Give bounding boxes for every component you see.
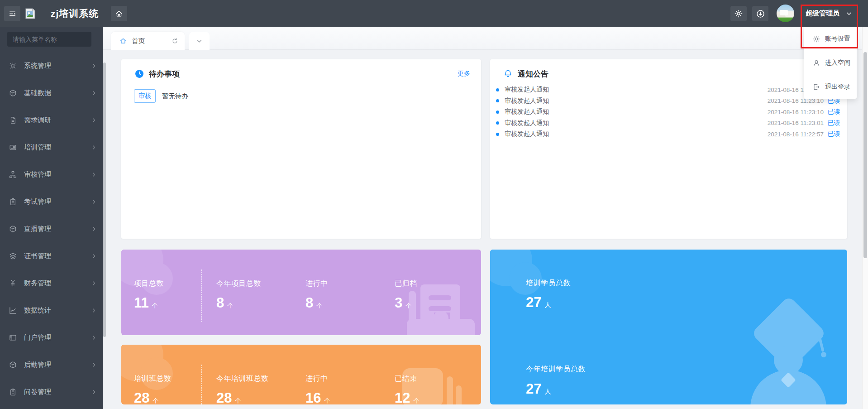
todo-audit-tag[interactable]: 审核 <box>134 89 156 103</box>
sidebar-item-exam[interactable]: 考试管理 <box>0 192 103 211</box>
gear-icon <box>813 35 820 43</box>
sidebar-item-label: 门户管理 <box>24 333 91 342</box>
chevron-right-icon <box>91 172 96 177</box>
home-icon <box>119 37 127 44</box>
layers-icon <box>9 252 17 260</box>
app-title: zj培训系统 <box>51 0 99 27</box>
notice-row[interactable]: 审核发起人通知 2021-08-16 11:23:10 已读 <box>490 96 847 107</box>
page-scrollbar-track <box>862 27 868 409</box>
menu-search-box <box>7 32 91 47</box>
sidebar-item-questionnaire[interactable]: 问卷管理 <box>0 383 103 401</box>
bullet-dot <box>496 111 499 114</box>
cube-icon <box>9 225 17 233</box>
cube-icon <box>9 361 17 369</box>
user-avatar[interactable] <box>777 5 794 22</box>
gear-icon <box>9 62 17 70</box>
tab-home[interactable]: 首页 <box>111 32 185 50</box>
user-dropdown-menu: 账号设置 进入空间 退出登录 <box>804 27 857 99</box>
sidebar-item-system[interactable]: 系统管理 <box>0 57 103 75</box>
notice-item-title: 审核发起人通知 <box>505 119 768 127</box>
stat-unit: 个 <box>235 397 241 404</box>
sidebar-item-label: 后勤管理 <box>24 361 91 369</box>
sidebar-item-live[interactable]: 直播管理 <box>0 220 103 238</box>
sidebar-item-statistics[interactable]: 数据统计 <box>0 301 103 319</box>
stat-value: 28 <box>134 390 149 404</box>
todo-title: 待办事项 <box>149 69 453 79</box>
notice-row[interactable]: 审核发起人通知 2021-08-16 11:23:01 已读 <box>490 118 847 129</box>
sidebar-item-certificate[interactable]: 证书管理 <box>0 247 103 265</box>
download-icon <box>756 10 765 18</box>
chevron-right-icon <box>91 281 96 286</box>
sidebar-item-audit[interactable]: 审核管理 <box>0 165 103 183</box>
sidebar-item-label: 财务管理 <box>24 279 91 288</box>
menu-item-logout[interactable]: 退出登录 <box>804 75 857 99</box>
tab-list-dropdown-button[interactable] <box>189 32 210 50</box>
sidebar-menu: 系统管理 基础数据 需求调研 培训管理 审核管理 <box>0 57 103 409</box>
dashed-divider <box>201 269 202 322</box>
todo-empty-text: 暂无待办 <box>162 92 188 101</box>
user-menu-trigger[interactable]: 超级管理员 <box>806 0 852 27</box>
line-chart-icon <box>9 307 17 314</box>
settings-button[interactable] <box>730 6 747 21</box>
sidebar-item-label: 问卷管理 <box>24 388 91 396</box>
top-header: zj培训系统 超级管理员 <box>0 0 868 27</box>
home-button[interactable] <box>111 6 127 21</box>
sidebar-item-portal[interactable]: 门户管理 <box>0 328 103 346</box>
clipboard-icon <box>9 388 17 396</box>
page-scrollbar-thumb[interactable] <box>863 52 867 258</box>
student-stats-card: 培训学员总数 27人 今年培训学员总数 27人 <box>490 250 847 404</box>
stat-value: 11 <box>134 295 149 311</box>
user-name: 超级管理员 <box>806 9 839 18</box>
notice-item-title: 审核发起人通知 <box>505 130 768 138</box>
stat-value: 8 <box>305 295 313 311</box>
notice-read-link[interactable]: 已读 <box>828 119 840 127</box>
todo-card: 待办事项 更多 审核 暂无待办 <box>121 59 481 239</box>
stat-unit: 人 <box>544 388 551 396</box>
menu-search-input[interactable] <box>7 36 97 43</box>
notice-row[interactable]: 审核发起人通知 2021-08-16 11:22:57 已读 <box>490 129 847 140</box>
chevron-right-icon <box>91 335 96 340</box>
card-icon <box>9 144 17 151</box>
notice-row[interactable]: 审核发起人通知 2021-08-16 11:23:10 已读 <box>490 84 847 96</box>
bullet-dot <box>496 88 499 91</box>
yen-icon <box>9 279 17 287</box>
stat-label: 进行中 <box>305 279 328 289</box>
chevron-right-icon <box>91 254 96 259</box>
sidebar-item-basic-data[interactable]: 基础数据 <box>0 84 103 102</box>
clock-icon <box>135 69 144 78</box>
app-logo-broken-image-icon <box>25 8 36 19</box>
chevron-right-icon <box>91 118 96 123</box>
home-icon <box>115 10 123 18</box>
sidebar-item-finance[interactable]: 财务管理 <box>0 274 103 292</box>
stat-unit: 个 <box>227 302 233 310</box>
download-button[interactable] <box>752 6 768 21</box>
stat-value: 28 <box>216 390 232 404</box>
refresh-icon[interactable] <box>172 38 178 44</box>
logout-icon <box>813 83 820 91</box>
sidebar-item-survey[interactable]: 需求调研 <box>0 111 103 129</box>
stat-value: 8 <box>216 295 224 311</box>
sidebar-item-label: 数据统计 <box>24 306 91 315</box>
sidebar: 系统管理 基础数据 需求调研 培训管理 审核管理 <box>0 27 103 409</box>
sidebar-item-label: 考试管理 <box>24 197 91 206</box>
notice-read-link[interactable]: 已读 <box>828 130 840 138</box>
stat-unit: 个 <box>324 397 330 404</box>
notice-item-time: 2021-08-16 11:22:57 <box>768 131 824 138</box>
menu-collapse-icon <box>9 10 16 18</box>
todo-more-link[interactable]: 更多 <box>458 70 470 78</box>
notice-read-link[interactable]: 已读 <box>828 108 840 116</box>
sidebar-scrollbar-thumb[interactable] <box>103 63 106 337</box>
book-decoration-icon <box>409 281 481 335</box>
notice-item-time: 2021-08-16 11:23:10 <box>768 109 824 115</box>
stat-value: 27 <box>526 381 541 397</box>
menu-item-account-settings[interactable]: 账号设置 <box>804 27 857 51</box>
sidebar-item-training[interactable]: 培训管理 <box>0 138 103 156</box>
notice-row[interactable]: 审核发起人通知 2021-08-16 11:23:10 已读 <box>490 106 847 118</box>
notice-card-header: 通知公告 <box>490 66 847 82</box>
sidebar-collapse-button[interactable] <box>4 6 20 21</box>
bullet-dot <box>496 99 499 102</box>
menu-item-enter-space[interactable]: 进入空间 <box>804 51 857 75</box>
chevron-down-icon <box>846 10 852 17</box>
notice-list: 审核发起人通知 2021-08-16 11:23:10 已读 审核发起人通知 2… <box>490 84 847 140</box>
sidebar-item-logistics[interactable]: 后勤管理 <box>0 356 103 374</box>
